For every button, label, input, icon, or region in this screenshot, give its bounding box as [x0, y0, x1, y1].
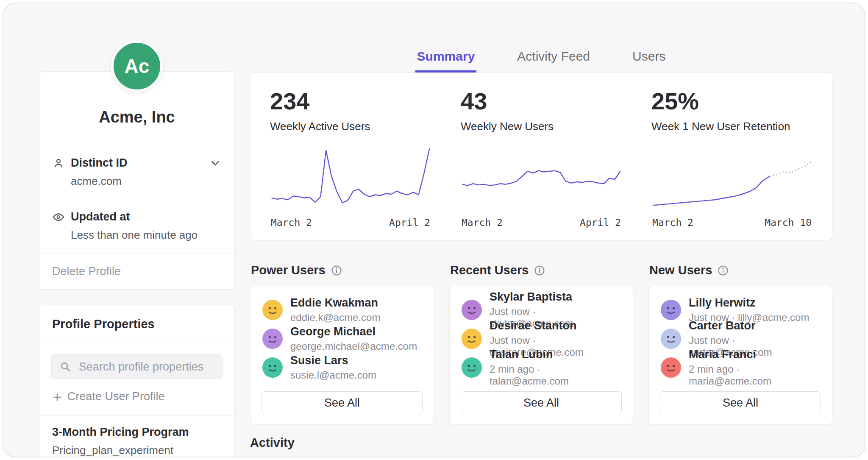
chevron-down-icon[interactable]: [209, 157, 222, 170]
plus-icon: +: [53, 392, 61, 402]
user-name: Carter Bator: [689, 319, 820, 332]
user-lists: Power Users Eddie Kwakman eddi: [250, 263, 832, 425]
user-avatar: [661, 300, 681, 320]
user-meta: 2 min ago · maria@acme.com: [689, 363, 820, 387]
list-title: Recent Users: [450, 263, 529, 277]
see-all-button[interactable]: See All: [262, 391, 423, 414]
profile-card: Acme, Inc Distinct ID acme.com: [39, 71, 235, 290]
user-avatar: [262, 357, 283, 378]
week1-retention-chart: [651, 143, 812, 215]
face-icon: [262, 357, 283, 378]
face-icon: [462, 329, 482, 349]
user-avatar: [462, 300, 482, 320]
user-meta: eddie.k@acme.com: [290, 312, 380, 323]
metric-label: Week 1 New User Retention: [651, 120, 812, 133]
user-row[interactable]: Maria Franci 2 min ago · maria@acme.com: [649, 353, 832, 382]
property-row-pricing-program[interactable]: 3-Month Pricing Program Pricing_plan_exp…: [39, 415, 234, 457]
x-axis-labels: March 2 April 2: [270, 217, 431, 228]
profile-properties-card: Profile Properties + Create User Profile…: [39, 305, 235, 457]
user-name: George Michael: [290, 325, 417, 338]
axis-label-end: April 2: [389, 217, 430, 228]
company-avatar: Ac: [111, 40, 163, 92]
power-users-card: Eddie Kwakman eddie.k@acme.com George Mi…: [250, 286, 434, 425]
user-avatar: [661, 329, 681, 349]
tab-users[interactable]: Users: [631, 48, 667, 72]
distinct-id-row[interactable]: Distinct ID acme.com: [39, 146, 234, 200]
user-name: Eddie Kwakman: [290, 296, 380, 309]
see-all-button[interactable]: See All: [461, 391, 622, 414]
metric-label: Weekly New Users: [461, 120, 622, 133]
axis-label-end: March 10: [765, 217, 812, 228]
updated-at-row: Updated at Less than one minute ago: [39, 200, 234, 254]
new-users-column: New Users Lilly Herwitz Just n: [648, 263, 832, 425]
user-row[interactable]: Susie Lars susie.l@acme.com: [250, 353, 434, 382]
create-user-profile-label: Create User Profile: [67, 390, 165, 403]
distinct-id-value: acme.com: [71, 175, 222, 188]
metric-label: Weekly Active Users: [270, 120, 431, 133]
metric-weekly-active-users: 234 Weekly Active Users March 2 April 2: [270, 87, 431, 228]
tab-summary[interactable]: Summary: [415, 48, 477, 72]
summary-metrics-card: 234 Weekly Active Users March 2 April 2 …: [250, 72, 832, 240]
main-content: Summary Activity Feed Users 234 Weekly A…: [250, 3, 832, 457]
axis-label-start: March 2: [271, 217, 312, 228]
user-text: Eddie Kwakman eddie.k@acme.com: [290, 296, 380, 323]
user-meta: susie.l@acme.com: [290, 369, 376, 381]
delete-profile-button[interactable]: Delete Profile: [39, 254, 234, 289]
axis-label-start: March 2: [462, 217, 503, 228]
property-name: 3-Month Pricing Program: [52, 426, 222, 439]
info-icon[interactable]: [331, 265, 342, 276]
metric-value: 234: [270, 87, 431, 115]
user-avatar: [262, 300, 283, 320]
person-icon: [52, 157, 65, 170]
metric-weekly-new-users: 43 Weekly New Users March 2 April 2: [461, 87, 622, 228]
face-icon: [661, 329, 681, 349]
user-row[interactable]: Eddie Kwakman eddie.k@acme.com: [250, 296, 434, 324]
user-avatar: [262, 329, 283, 349]
metric-value: 43: [461, 87, 622, 115]
user-text: Susie Lars susie.l@acme.com: [290, 354, 376, 381]
face-icon: [661, 357, 681, 378]
profile-properties-title: Profile Properties: [39, 305, 234, 343]
property-value: Pricing_plan_experiment: [52, 444, 222, 457]
property-search: [51, 354, 223, 379]
distinct-id-label: Distinct ID: [71, 156, 203, 170]
axis-label-end: April 2: [580, 217, 621, 228]
info-icon[interactable]: [717, 265, 729, 276]
search-icon: [59, 360, 72, 373]
eye-icon: [52, 211, 65, 223]
weekly-new-users-chart: [461, 143, 622, 215]
profile-sidebar: Ac Acme, Inc Distinct ID acme.com: [39, 3, 235, 457]
company-name: Acme, Inc: [39, 108, 234, 146]
power-users-header: Power Users: [250, 263, 434, 277]
user-meta: george.michael@acme.com: [290, 340, 417, 352]
tab-activity-feed[interactable]: Activity Feed: [515, 48, 592, 72]
face-icon: [661, 300, 681, 320]
list-title: New Users: [649, 263, 712, 277]
tab-bar: Summary Activity Feed Users: [250, 48, 832, 72]
user-text: Talan Lubin 2 min ago · talan@acme.com: [490, 348, 621, 387]
distinct-id-head: Distinct ID: [52, 156, 222, 170]
new-users-header: New Users: [648, 263, 832, 277]
app-window: Ac Acme, Inc Distinct ID acme.com: [3, 3, 865, 457]
see-all-button[interactable]: See All: [660, 391, 821, 414]
user-name: Susie Lars: [290, 354, 376, 367]
search-profile-properties-input[interactable]: [51, 354, 223, 379]
new-users-card: Lilly Herwitz Just now · lilly@acme.com …: [648, 286, 832, 425]
updated-at-value: Less than one minute ago: [71, 229, 222, 242]
metric-value: 25%: [651, 87, 812, 115]
user-text: George Michael george.michael@acme.com: [290, 325, 417, 352]
user-name: Lilly Herwitz: [689, 296, 809, 309]
layout: Ac Acme, Inc Distinct ID acme.com: [3, 3, 865, 457]
list-title: Power Users: [251, 263, 326, 277]
recent-users-column: Recent Users Skylar Baptista J: [449, 263, 633, 425]
user-row[interactable]: Talan Lubin 2 min ago · talan@acme.com: [450, 353, 633, 382]
face-icon: [462, 300, 482, 320]
axis-label-start: March 2: [652, 217, 693, 228]
info-icon[interactable]: [534, 265, 545, 276]
create-user-profile-button[interactable]: + Create User Profile: [39, 382, 234, 415]
power-users-column: Power Users Eddie Kwakman eddi: [250, 263, 434, 425]
user-name: Maria Franci: [689, 348, 820, 361]
metric-week1-retention: 25% Week 1 New User Retention March 2 Ma…: [651, 87, 812, 228]
user-row[interactable]: George Michael george.michael@acme.com: [250, 324, 434, 353]
user-avatar: [661, 357, 681, 378]
